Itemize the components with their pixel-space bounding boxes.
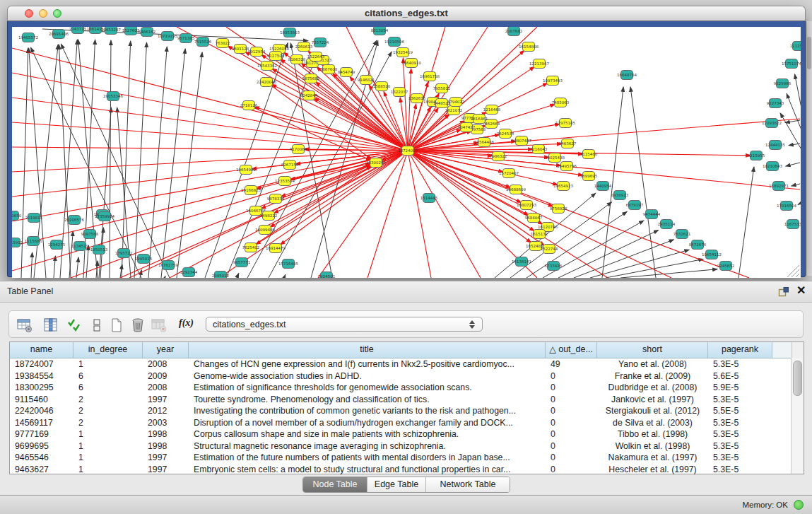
graph-node[interactable]: 4170064 — [290, 145, 307, 154]
graph-node[interactable]: 7515526 — [194, 37, 212, 47]
graph-node[interactable]: 1498222 — [260, 211, 278, 221]
row-height-icon[interactable] — [88, 317, 105, 334]
graph-node[interactable]: 16495796 — [557, 162, 577, 171]
graph-node[interactable]: 10719195 — [158, 32, 177, 41]
table-row[interactable]: 1938455462009Genome-wide association stu… — [10, 370, 804, 382]
table-vertical-scrollbar[interactable] — [791, 358, 804, 474]
graph-node[interactable]: 9245652 — [717, 262, 735, 271]
graph-node[interactable]: 5875685 — [302, 74, 320, 83]
graph-node[interactable]: 9463627 — [559, 139, 577, 148]
graph-node[interactable]: 1322037 — [391, 88, 408, 97]
app-background-scrollbar-thumb[interactable] — [807, 37, 811, 69]
graph-node[interactable]: 9857771 — [233, 258, 251, 267]
graph-node[interactable]: 7625402 — [242, 243, 260, 252]
graph-node[interactable]: 15751074 — [782, 59, 801, 69]
table-row[interactable]: 946554611997Estimation of the future num… — [10, 452, 804, 464]
column-header-out-de-[interactable]: △ out_de... — [546, 342, 597, 358]
graph-edge[interactable] — [177, 27, 408, 151]
graph-node[interactable]: 1134519 — [71, 242, 89, 251]
graph-edge[interactable] — [786, 163, 800, 166]
graph-edge[interactable] — [86, 245, 88, 278]
graph-node[interactable]: 9878334 — [267, 194, 285, 204]
tab-edge-table[interactable]: Edge Table — [367, 477, 426, 492]
graph-node[interactable]: 7485063 — [552, 98, 570, 107]
table-row[interactable]: 1456911722003Disruption of a novel membe… — [10, 417, 804, 429]
graph-node[interactable]: 17016504 — [777, 201, 796, 211]
graph-node[interactable]: 2522744 — [541, 245, 558, 254]
tab-node-table[interactable]: Node Table — [303, 477, 367, 492]
graph-edge[interactable] — [12, 151, 408, 197]
graph-node[interactable]: 16648784 — [617, 71, 637, 80]
graph-edge[interactable] — [165, 276, 165, 278]
graph-node[interactable]: 12093822 — [762, 119, 782, 128]
function-builder-icon[interactable]: f(x) — [179, 317, 194, 329]
graph-node[interactable]: 1924501 — [318, 272, 336, 279]
graph-edge[interactable] — [792, 184, 800, 186]
graph-node[interactable]: 8813054 — [371, 27, 389, 35]
import-table-icon[interactable] — [151, 317, 167, 334]
graph-node[interactable]: 1167533 — [784, 220, 801, 229]
graph-node[interactable]: 1527602 — [122, 27, 140, 35]
graph-node[interactable]: 1440954 — [594, 182, 612, 191]
graph-edge[interactable] — [795, 74, 801, 112]
graph-edge[interactable] — [12, 48, 408, 151]
graph-node[interactable]: 15720407 — [499, 169, 519, 178]
memory-ok-icon[interactable] — [794, 500, 804, 510]
graph-node[interactable]: 7955812 — [433, 84, 451, 93]
graph-node[interactable]: 1795722 — [115, 249, 133, 258]
table-row[interactable]: 1830029562008Estimation of significance … — [10, 382, 804, 394]
graph-node[interactable]: 8912954 — [248, 47, 266, 57]
graph-node[interactable]: 3915912 — [12, 238, 23, 247]
graph-node[interactable]: 18210643 — [763, 162, 782, 171]
column-header-short[interactable]: short — [597, 342, 708, 358]
new-column-icon[interactable] — [108, 317, 125, 334]
graph-edge[interactable] — [177, 52, 202, 278]
graph-node[interactable]: 1292344 — [180, 268, 198, 277]
close-panel-icon[interactable]: ✕ — [796, 284, 806, 297]
graph-node[interactable]: 16154808 — [519, 42, 539, 52]
graph-node[interactable]: 18053803 — [280, 28, 300, 37]
window-titlebar[interactable]: citations_edges.txt — [7, 6, 806, 21]
graph-node[interactable]: 9097588 — [81, 230, 99, 239]
graph-node[interactable]: 12213967 — [529, 59, 549, 69]
show-columns-icon[interactable] — [42, 317, 59, 334]
graph-node[interactable]: 10807487 — [512, 136, 531, 146]
graph-node[interactable]: 9699695 — [580, 172, 598, 181]
graph-node[interactable]: 19325419 — [393, 48, 413, 57]
network-selector-dropdown[interactable]: citations_edges.txt — [206, 317, 483, 332]
graph-node[interactable]: 2045012 — [212, 271, 230, 279]
column-header-in-degree[interactable]: in_degree — [73, 342, 143, 358]
table-row[interactable]: 2242004622012Investigating the contribut… — [10, 405, 804, 417]
graph-node[interactable]: 10653287 — [101, 27, 121, 35]
graph-edge[interactable] — [134, 42, 147, 278]
graph-node[interactable]: 2260613 — [295, 42, 313, 52]
graph-node[interactable]: 9115460 — [580, 150, 598, 159]
graph-node[interactable]: 8471676 — [689, 240, 707, 250]
column-header-year[interactable]: year — [143, 342, 189, 358]
graph-edge[interactable] — [110, 40, 111, 278]
table-row[interactable]: 946362711997Embryonic stem cells: a mode… — [10, 464, 804, 476]
graph-node[interactable]: 1733426 — [545, 262, 563, 271]
table-row[interactable]: 977716911998Corpus callosum shape and si… — [10, 428, 804, 440]
select-attributes-icon[interactable] — [66, 317, 83, 334]
graph-node[interactable]: 6879197 — [626, 201, 644, 210]
graph-node[interactable]: 19654923 — [553, 182, 573, 191]
graph-edge[interactable] — [284, 274, 286, 278]
graph-node[interactable]: 16782759 — [158, 261, 178, 270]
graph-node[interactable]: 1615132 — [531, 230, 548, 239]
graph-node[interactable]: 9146821 — [358, 76, 375, 85]
graph-edge[interactable] — [280, 151, 408, 245]
graph-node[interactable]: 763822 — [216, 39, 230, 48]
graph-edge[interactable] — [237, 273, 239, 278]
graph-node[interactable]: 2019811 — [25, 214, 43, 223]
graph-edge[interactable] — [12, 151, 408, 246]
graph-edge[interactable] — [408, 69, 411, 151]
graph-node[interactable]: 9474444 — [643, 210, 661, 219]
delete-column-icon[interactable] — [129, 317, 146, 334]
graph-node[interactable]: 9227343 — [767, 99, 784, 108]
graph-node[interactable]: 7357224 — [312, 38, 329, 47]
graph-node[interactable]: 10654112 — [702, 250, 722, 259]
graph-node[interactable]: 1514445 — [420, 194, 438, 203]
float-panel-icon[interactable] — [778, 286, 789, 298]
table-row[interactable]: 911546021997Tourette syndrome. Phenomeno… — [10, 394, 804, 406]
